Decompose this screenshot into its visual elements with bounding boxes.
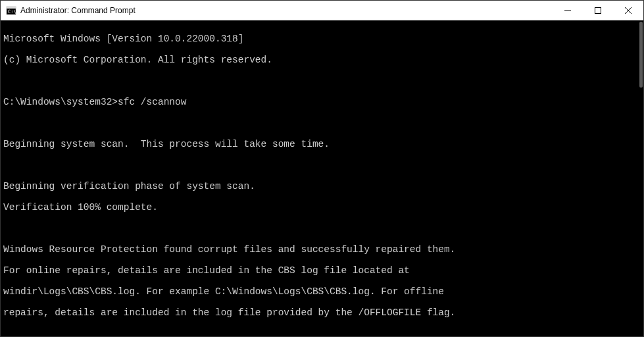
- scrollbar[interactable]: [638, 20, 643, 336]
- output-blank: [3, 118, 641, 128]
- svg-rect-4: [595, 7, 601, 13]
- command-input: sfc /scannow: [118, 97, 186, 107]
- close-button[interactable]: [613, 1, 643, 20]
- output-line: Microsoft Windows [Version 10.0.22000.31…: [3, 34, 641, 44]
- command-prompt-window: C:\ Administrator: Command Prompt Micros…: [0, 0, 644, 337]
- svg-rect-1: [7, 7, 16, 9]
- prompt-path: C:\Windows\system32>: [3, 97, 118, 107]
- output-blank: [3, 160, 641, 170]
- output-line: repairs, details are included in the log…: [3, 307, 641, 318]
- window-controls: [553, 1, 643, 20]
- terminal-area[interactable]: Microsoft Windows [Version 10.0.22000.31…: [1, 20, 643, 336]
- svg-text:C:\: C:\: [8, 9, 16, 14]
- command-prompt-icon: C:\: [6, 5, 16, 16]
- title-bar: C:\ Administrator: Command Prompt: [1, 1, 643, 20]
- scrollbar-thumb[interactable]: [639, 22, 643, 88]
- output-line: Beginning system scan. This process will…: [3, 139, 641, 149]
- terminal-output: Microsoft Windows [Version 10.0.22000.31…: [1, 20, 643, 336]
- output-blank: [3, 76, 641, 86]
- output-line: windir\Logs\CBS\CBS.log. For example C:\…: [3, 286, 641, 297]
- output-line: Beginning verification phase of system s…: [3, 181, 641, 192]
- output-line: Verification 100% complete.: [3, 202, 641, 213]
- window-title: Administrator: Command Prompt: [20, 6, 553, 15]
- output-line: (c) Microsoft Corporation. All rights re…: [3, 55, 641, 65]
- prompt-line: C:\Windows\system32>sfc /scannow: [3, 97, 641, 107]
- output-line: For online repairs, details are included…: [3, 265, 641, 276]
- output-line: Windows Resource Protection found corrup…: [3, 244, 641, 255]
- maximize-button[interactable]: [583, 1, 613, 20]
- output-blank: [3, 328, 641, 336]
- output-blank: [3, 223, 641, 234]
- minimize-button[interactable]: [553, 1, 583, 20]
